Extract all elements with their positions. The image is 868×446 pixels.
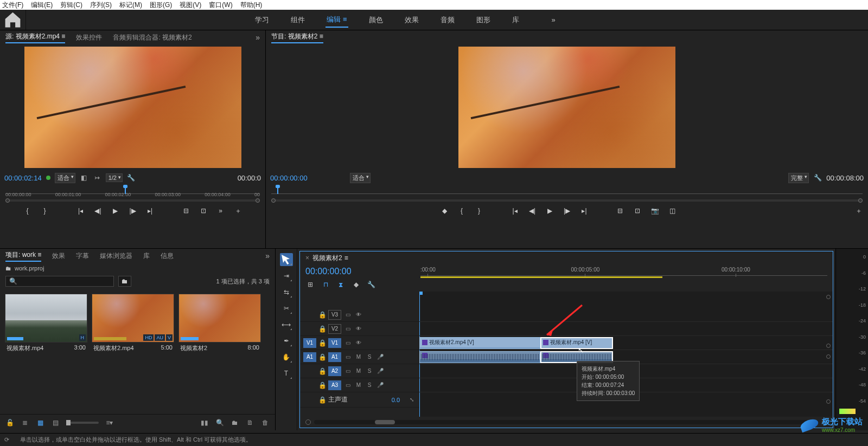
project-overflow-icon[interactable]: » bbox=[265, 251, 270, 260]
sync-icon[interactable]: ⟳ bbox=[4, 436, 9, 443]
wrench-icon[interactable]: 🔧 bbox=[127, 173, 136, 182]
track-master[interactable]: 🔒主声道0.0⤡ bbox=[300, 392, 419, 408]
collapse-icon[interactable]: ⤡ bbox=[407, 397, 416, 403]
ripple-tool-icon[interactable]: ⇆ bbox=[280, 286, 293, 299]
find-icon[interactable]: 🔍 bbox=[215, 418, 224, 427]
ws-audio[interactable]: 音频 bbox=[439, 12, 456, 28]
settings-icon[interactable]: 🔧 bbox=[366, 280, 376, 289]
insert-icon[interactable]: ⊟ bbox=[181, 206, 191, 216]
lock-icon[interactable]: 🔒 bbox=[318, 382, 326, 389]
play-icon[interactable]: ▶ bbox=[545, 206, 554, 216]
project-breadcrumb[interactable]: 🖿 work.prproj bbox=[0, 263, 275, 274]
new-bin-icon[interactable]: 🖿 bbox=[231, 418, 239, 427]
track-a1[interactable]: A1🔒A1▭MS🎤 bbox=[300, 350, 419, 364]
ws-graphics[interactable]: 图形 bbox=[475, 12, 492, 28]
menu-view[interactable]: 视图(V) bbox=[180, 1, 201, 10]
ws-overflow[interactable]: » bbox=[551, 12, 557, 28]
src-patch-a1[interactable]: A1 bbox=[303, 352, 316, 362]
overflow-icon[interactable]: » bbox=[216, 206, 226, 216]
mic-icon[interactable]: 🎤 bbox=[376, 368, 385, 374]
clip-v1-b[interactable]: 视频素材.mp4 [V] bbox=[540, 337, 613, 349]
add-marker-icon[interactable]: ◆ bbox=[439, 206, 449, 216]
lock-icon[interactable]: 🔒 bbox=[318, 353, 326, 361]
source-viewer[interactable] bbox=[0, 44, 265, 170]
extract-icon[interactable]: ⊡ bbox=[633, 206, 642, 216]
menu-edit[interactable]: 编辑(E) bbox=[31, 1, 53, 10]
step-back-icon[interactable]: ◀| bbox=[527, 206, 537, 216]
mark-out-icon[interactable]: } bbox=[474, 206, 484, 216]
zoom-slider[interactable] bbox=[66, 422, 99, 424]
play-icon[interactable]: ▶ bbox=[111, 206, 120, 216]
search-bin-button[interactable]: 🖿 bbox=[118, 276, 131, 287]
timeline-hscroll[interactable] bbox=[300, 417, 833, 428]
ws-color[interactable]: 颜色 bbox=[368, 12, 384, 28]
bin-item-1[interactable]: HDAUV 视频素材2.mp45:00 bbox=[92, 294, 174, 409]
lock-icon[interactable]: 🔒 bbox=[318, 311, 326, 319]
tab-libraries[interactable]: 库 bbox=[143, 251, 150, 261]
menu-sequence[interactable]: 序列(S) bbox=[90, 1, 112, 10]
go-in-icon[interactable]: |◂ bbox=[510, 206, 520, 216]
sequence-tab[interactable]: 视频素材2 ≡ bbox=[312, 254, 348, 263]
tab-project[interactable]: 项目: work ≡ bbox=[5, 250, 41, 262]
pen-tool-icon[interactable]: ✒ bbox=[280, 334, 293, 347]
program-playhead[interactable] bbox=[277, 186, 278, 194]
scroll-dot[interactable] bbox=[826, 354, 831, 359]
menu-help[interactable]: 帮助(H) bbox=[240, 1, 263, 10]
add-button-icon[interactable]: ＋ bbox=[233, 206, 243, 216]
menu-marker[interactable]: 标记(M) bbox=[119, 1, 142, 10]
track-v2[interactable]: 🔒V2▭👁 bbox=[300, 322, 419, 336]
target-icon[interactable]: ▭ bbox=[343, 354, 352, 360]
list-view-icon[interactable]: ≣ bbox=[21, 418, 29, 427]
source-timecode[interactable]: 00:00:02:14 bbox=[4, 174, 42, 182]
ws-effects[interactable]: 效果 bbox=[404, 12, 420, 28]
track-a3[interactable]: 🔒A3▭MS🎤 bbox=[300, 378, 419, 392]
scroll-dot[interactable] bbox=[826, 344, 831, 348]
tab-audio-mixer[interactable]: 音频剪辑混合器: 视频素材2 bbox=[113, 33, 192, 42]
menu-window[interactable]: 窗口(W) bbox=[209, 1, 232, 10]
lift-icon[interactable]: ⊟ bbox=[615, 206, 625, 216]
step-fwd-icon[interactable]: |▶ bbox=[128, 206, 138, 216]
tab-program[interactable]: 节目: 视频素材2 ≡ bbox=[271, 32, 323, 43]
program-mini-timeline[interactable] bbox=[271, 186, 863, 197]
tab-source[interactable]: 源: 视频素材2.mp4 ≡ bbox=[5, 32, 65, 43]
track-v3[interactable]: 🔒V3▭👁 bbox=[300, 308, 419, 322]
program-fit-select[interactable]: 适合 bbox=[350, 173, 371, 183]
trash-icon[interactable]: 🗑 bbox=[261, 418, 270, 427]
menu-file[interactable]: 文件(F) bbox=[2, 1, 23, 10]
source-speed-select[interactable]: 1/2 bbox=[106, 173, 123, 182]
hand-tool-icon[interactable]: ✋ bbox=[280, 351, 293, 364]
program-timecode[interactable]: 00:00:00:00 bbox=[270, 174, 308, 182]
step-back-icon[interactable]: ◀| bbox=[93, 206, 103, 216]
eye-icon[interactable]: 👁 bbox=[354, 340, 363, 346]
eye-icon[interactable]: 👁 bbox=[354, 312, 363, 318]
go-out-icon[interactable]: ▸| bbox=[145, 206, 155, 216]
auto-sequence-icon[interactable]: ▮▮ bbox=[200, 418, 209, 427]
track-select-tool-icon[interactable]: ⇥ bbox=[280, 269, 293, 282]
go-in-icon[interactable]: |◂ bbox=[76, 206, 86, 216]
ws-edit[interactable]: 编辑 ≡ bbox=[326, 12, 348, 28]
ws-learn[interactable]: 学习 bbox=[254, 12, 270, 28]
nest-icon[interactable]: ⊞ bbox=[305, 280, 315, 289]
type-tool-icon[interactable]: T bbox=[280, 367, 293, 380]
target-icon[interactable]: ▭ bbox=[343, 340, 352, 346]
tab-effect-controls[interactable]: 效果控件 bbox=[76, 33, 102, 42]
eye-icon[interactable]: 👁 bbox=[354, 326, 363, 332]
target-icon[interactable]: ▭ bbox=[343, 382, 352, 388]
target-icon[interactable]: ▭ bbox=[343, 326, 352, 332]
track-v1[interactable]: V1🔒V1▭👁 bbox=[300, 336, 419, 350]
razor-tool-icon[interactable]: ✂ bbox=[280, 302, 293, 315]
tab-effects[interactable]: 效果 bbox=[52, 251, 65, 261]
lock-icon[interactable]: 🔒 bbox=[318, 367, 326, 375]
menu-clip[interactable]: 剪辑(C) bbox=[60, 1, 82, 10]
track-a2[interactable]: 🔒A2▭MS🎤 bbox=[300, 364, 419, 378]
mark-out-icon[interactable]: } bbox=[40, 206, 50, 216]
timeline-ruler[interactable]: :00:00 00:00:05:00 00:00:10:00 bbox=[420, 267, 827, 283]
marker-icon[interactable]: ◆ bbox=[351, 280, 361, 289]
mask-icon[interactable]: ◧ bbox=[80, 173, 88, 182]
source-fit-select[interactable]: 适合 bbox=[55, 173, 75, 183]
export-frame-icon[interactable]: 📷 bbox=[650, 206, 660, 216]
tab-info[interactable]: 信息 bbox=[161, 251, 174, 261]
lock-icon[interactable]: 🔒 bbox=[318, 325, 326, 333]
program-quality-select[interactable]: 完整 bbox=[788, 173, 809, 183]
step-fwd-icon[interactable]: |▶ bbox=[562, 206, 572, 216]
